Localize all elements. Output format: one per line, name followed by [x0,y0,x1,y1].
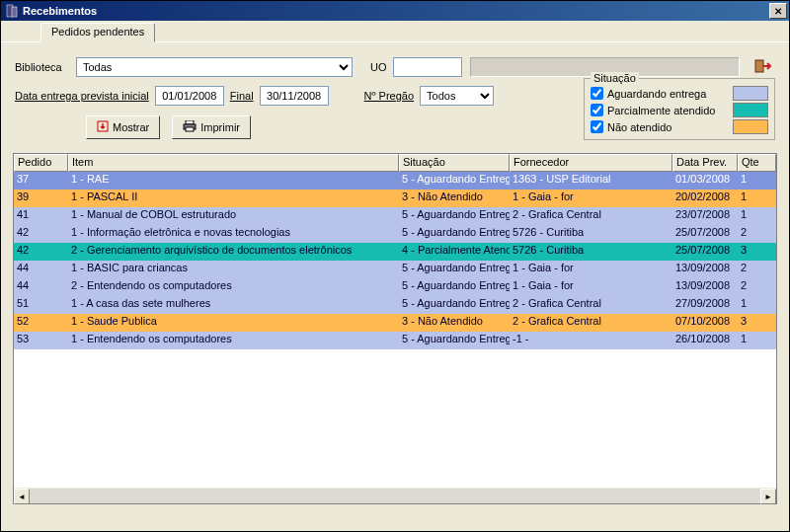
table-row[interactable]: 422 - Gerenciamento arquivístico de docu… [14,243,776,261]
cell-item: 1 - BASIC para criancas [68,261,399,278]
exit-button[interactable] [751,56,775,78]
table-row[interactable]: 511 - A casa das sete mulheres5 - Aguard… [14,296,776,314]
data-final-input[interactable] [260,86,329,106]
col-header-fornecedor[interactable]: Fornecedor [510,154,672,172]
legend-row-aguardando: Aguardando entrega [591,85,768,102]
final-label[interactable]: Final [230,90,254,102]
data-inicial-input[interactable] [155,86,224,106]
cell-situacao: 5 - Aguardando Entrega [399,332,510,349]
table-row[interactable]: 421 - Informação eletrônica e novas tecn… [14,225,776,243]
cell-fornecedor: -1 - [510,332,672,349]
svg-rect-4 [186,120,194,124]
table-row[interactable]: 411 - Manual de COBOL estruturado5 - Agu… [14,207,776,225]
exit-icon [754,58,772,76]
grid-body[interactable]: 371 - RAE5 - Aguardando Entrega1363 - US… [14,172,776,488]
cell-fornecedor: 5726 - Curitiba [510,243,672,261]
legend-row-parcial: Parcialmente atendido [591,102,768,118]
cell-item: 2 - Gerenciamento arquivístico de docume… [68,243,399,261]
cell-pedido: 37 [14,172,68,190]
cell-qte: 1 [738,172,776,190]
cell-qte: 2 [738,278,776,296]
cell-pedido: 52 [14,314,68,332]
cell-situacao: 5 - Aguardando Entrega [399,261,510,278]
table-row[interactable]: 391 - PASCAL II3 - Não Atendido1 - Gaia … [14,190,776,207]
titlebar: Recebimentos ✕ [1,1,789,21]
cell-pedido: 39 [14,190,68,207]
legend-check-nao[interactable] [591,120,603,133]
scroll-left-button[interactable]: ◄ [14,489,30,504]
cell-item: 1 - Informação eletrônica e novas tecnol… [68,225,399,243]
cell-dataprev: 13/09/2008 [672,261,738,278]
uo-input[interactable] [393,57,462,77]
col-header-dataprev[interactable]: Data Prev. [672,154,738,172]
app-icon [5,4,19,18]
data-inicial-label[interactable]: Data entrega prevista inicial [15,90,149,102]
cell-pedido: 42 [14,225,68,243]
h-scrollbar[interactable]: ◄ ► [14,488,776,503]
uo-label: UO [370,61,387,73]
cell-qte: 3 [738,243,776,261]
imprimir-label: Imprimir [200,121,240,133]
window-title: Recebimentos [23,5,769,17]
cell-fornecedor: 5726 - Curitiba [510,225,672,243]
cell-qte: 1 [738,296,776,314]
col-header-item[interactable]: Item [68,154,399,172]
biblioteca-select[interactable]: Todas [76,57,353,77]
cell-fornecedor: 2 - Grafica Central [510,207,672,225]
table-row[interactable]: 371 - RAE5 - Aguardando Entrega1363 - US… [14,172,776,190]
cell-fornecedor: 1 - Gaia - for [510,261,672,278]
cell-situacao: 3 - Não Atendido [399,190,510,207]
cell-item: 1 - RAE [68,172,399,190]
scroll-track[interactable] [30,489,760,503]
cell-item: 2 - Entendendo os computadores [68,278,399,296]
table-row[interactable]: 531 - Entendendo os computadores5 - Agua… [14,332,776,349]
legend-check-parcial[interactable] [591,104,603,116]
cell-item: 1 - A casa das sete mulheres [68,296,399,314]
legend-check-aguardando[interactable] [591,87,603,100]
col-header-qte[interactable]: Qte [738,154,776,172]
svg-rect-2 [755,60,763,72]
cell-dataprev: 23/07/2008 [672,207,738,225]
svg-rect-1 [12,7,17,17]
cell-situacao: 5 - Aguardando Entrega [399,172,510,190]
printer-icon [183,120,197,134]
table-row[interactable]: 441 - BASIC para criancas5 - Aguardando … [14,261,776,278]
cell-item: 1 - Manual de COBOL estruturado [68,207,399,225]
legend-swatch-aguardando [733,86,768,101]
imprimir-button[interactable]: Imprimir [172,115,251,139]
table-row[interactable]: 521 - Saude Publica3 - Não Atendido2 - G… [14,314,776,332]
cell-item: 1 - Saude Publica [68,314,399,332]
tab-pedidos-pendentes[interactable]: Pedidos pendentes [40,23,155,42]
legend-row-nao: Não atendido [591,118,768,135]
cell-situacao: 5 - Aguardando Entrega [399,278,510,296]
cell-qte: 2 [738,261,776,278]
cell-item: 1 - Entendendo os computadores [68,332,399,349]
scroll-right-button[interactable]: ► [760,489,776,504]
legend-box: Situação Aguardando entrega Parcialmente… [584,78,775,140]
cell-qte: 2 [738,225,776,243]
pregao-select[interactable]: Todos [420,86,494,106]
grid-header: Pedido Item Situação Fornecedor Data Pre… [14,154,776,172]
cell-situacao: 5 - Aguardando Entrega [399,225,510,243]
cell-dataprev: 26/10/2008 [672,332,738,349]
cell-dataprev: 07/10/2008 [672,314,738,332]
tabs-row: Pedidos pendentes [1,21,789,42]
col-header-situacao[interactable]: Situação [399,154,510,172]
close-button[interactable]: ✕ [769,3,787,19]
cell-qte: 3 [738,314,776,332]
cell-pedido: 53 [14,332,68,349]
arrow-down-icon [97,120,109,134]
pregao-label[interactable]: Nº Pregão [364,90,415,102]
biblioteca-label: Biblioteca [15,61,70,73]
cell-pedido: 42 [14,243,68,261]
cell-fornecedor: 1 - Gaia - for [510,278,672,296]
legend-swatch-parcial [733,103,768,117]
table-row[interactable]: 442 - Entendendo os computadores5 - Agua… [14,278,776,296]
col-header-pedido[interactable]: Pedido [14,154,68,172]
mostrar-button[interactable]: Mostrar [86,115,160,139]
cell-dataprev: 01/03/2008 [672,172,738,190]
cell-situacao: 4 - Parcialmente Atendido [399,243,510,261]
svg-rect-6 [186,127,194,131]
cell-pedido: 44 [14,278,68,296]
cell-pedido: 44 [14,261,68,278]
